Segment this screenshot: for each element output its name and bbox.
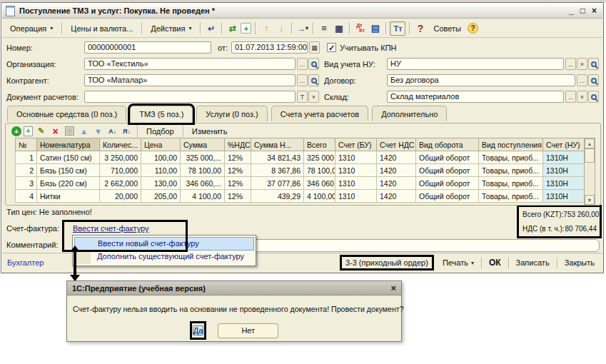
table-row[interactable]: 4 Нитки 20,000 205,00 4 100,00 12% 439,2… — [16, 190, 585, 203]
magnifier-button[interactable] — [588, 91, 599, 103]
report-icon[interactable]: ▤ — [368, 22, 382, 35]
warehouse-input[interactable]: Склад материалов — [387, 91, 564, 103]
table-cell[interactable]: 1 — [16, 151, 37, 164]
magnifier-button[interactable] — [588, 74, 599, 86]
yes-button[interactable]: Да — [193, 325, 204, 335]
table-cell[interactable]: Бязь (150 см) — [37, 164, 100, 177]
col-header[interactable]: Вид поступления — [479, 138, 543, 151]
table-cell[interactable]: 1310 — [335, 190, 377, 203]
scroll-up-icon[interactable]: ▲ — [585, 138, 595, 148]
sort-desc-icon[interactable]: Я↓ — [121, 126, 133, 137]
table-cell[interactable]: 710,000 — [100, 164, 141, 177]
ellipsis-button[interactable]: ... — [297, 74, 308, 86]
document-list-icon[interactable]: ≡ — [317, 22, 330, 35]
add-row-icon[interactable]: + — [11, 126, 21, 136]
text-edit-button[interactable]: Т — [297, 91, 308, 103]
minimize-button[interactable]: _ — [569, 6, 574, 16]
table-cell[interactable]: 8 367,86 — [251, 164, 304, 177]
operation-button[interactable]: Операция ▾ — [5, 22, 58, 35]
ellipsis-button[interactable]: ... — [297, 58, 308, 70]
dt-kt-posting-icon[interactable]: Дт Кт — [353, 22, 367, 35]
col-header[interactable]: Всего — [304, 138, 335, 151]
table-cell[interactable]: 205,00 — [141, 190, 181, 203]
col-header[interactable]: Номенклатура — [37, 138, 100, 151]
nu-input[interactable]: НУ — [387, 58, 564, 70]
sort-asc-icon[interactable]: А↓ — [106, 126, 118, 137]
table-cell[interactable]: 4 — [16, 190, 37, 203]
print-button[interactable]: Печать ▾ — [440, 257, 477, 268]
table-cell[interactable]: 1310Н — [543, 151, 585, 164]
table-cell[interactable]: 1310 — [335, 151, 377, 164]
col-header[interactable]: %НДС — [225, 138, 251, 151]
table-cell[interactable]: 78 100,00 — [181, 164, 225, 177]
vertical-scrollbar[interactable]: ▲ ▼ — [584, 138, 595, 206]
table-cell[interactable]: 12% — [225, 190, 251, 203]
save-button[interactable]: Записать — [513, 257, 552, 268]
tab-services[interactable]: Услуги (0 поз.) — [196, 106, 267, 121]
clear-button[interactable]: × — [577, 58, 587, 70]
col-header[interactable]: Счет НДС — [377, 138, 416, 151]
scroll-down-icon[interactable]: ▼ — [585, 195, 595, 205]
table-cell[interactable]: Бязь (220 см) — [37, 177, 100, 190]
table-cell[interactable]: 1420 — [377, 164, 416, 177]
table-cell[interactable]: 325 000,... — [304, 151, 335, 164]
refresh-icon[interactable]: ⇄ — [226, 22, 239, 35]
tab-additional[interactable]: Дополнительно — [372, 106, 447, 121]
settlement-doc-input[interactable] — [84, 91, 296, 103]
table-cell[interactable]: 12% — [225, 177, 251, 190]
tab-tmz[interactable]: ТМЗ (5 поз.) — [130, 106, 193, 123]
magnifier-button[interactable] — [588, 58, 599, 70]
organization-input[interactable]: ТОО «Текстиль» — [84, 58, 296, 70]
magnifier-button[interactable] — [308, 74, 319, 86]
table-cell[interactable]: 20,000 — [100, 190, 141, 203]
table-row[interactable]: 2 Бязь (150 см) 710,000 110,00 78 100,00… — [16, 164, 585, 177]
table-cell[interactable]: 346 060,... — [304, 177, 335, 190]
table-cell[interactable]: Общий оборот — [416, 151, 479, 164]
ellipsis-button[interactable]: ... — [565, 91, 576, 103]
move-down-icon[interactable]: ▼ — [92, 126, 104, 137]
col-header[interactable]: Счет (НУ) — [543, 138, 585, 151]
advice-button[interactable]: Советы — [428, 22, 465, 35]
table-cell[interactable]: 1420 — [377, 151, 416, 164]
table-cell[interactable]: 4 100,00 — [304, 190, 335, 203]
actions-button[interactable]: Действия ▾ — [146, 22, 196, 35]
table-cell[interactable]: 325 000,... — [181, 151, 225, 164]
ok-button[interactable]: ОК — [486, 256, 504, 269]
col-header[interactable]: № — [16, 138, 37, 151]
table-cell[interactable]: Товары, приоб... — [479, 177, 543, 190]
close-button[interactable]: × — [592, 6, 597, 16]
table-cell[interactable]: Товары, приоб... — [479, 190, 543, 203]
contract-input[interactable]: Без договора — [387, 74, 575, 86]
calendar-icon[interactable]: ▦ — [309, 41, 320, 54]
col-header[interactable]: Счет (БУ) — [335, 138, 377, 151]
invoice-enter-link[interactable]: Ввести счет-фактуру — [73, 224, 149, 233]
move-up-icon[interactable]: ▲ — [78, 126, 90, 137]
table-cell[interactable]: 12% — [225, 164, 251, 177]
table-row[interactable]: 3 Бязь (220 см) 2 662,000 130,00 346 060… — [16, 177, 585, 190]
create-based-on-icon[interactable]: →▾ — [296, 22, 309, 35]
table-cell[interactable]: 1310Н — [543, 177, 585, 190]
table-cell[interactable]: 2 — [16, 164, 37, 177]
table-cell[interactable]: 1310 — [335, 164, 377, 177]
menu-item-append-invoice[interactable]: Дополнить существующий счет-фактуру — [74, 251, 254, 264]
prices-currency-button[interactable]: Цены и валюта... — [66, 22, 138, 35]
col-header[interactable]: Вид оборота — [416, 138, 479, 151]
clear-button[interactable]: × — [308, 91, 319, 103]
tab-fixed-assets[interactable]: Основные средства (0 поз.) — [7, 106, 126, 121]
table-cell[interactable]: 37 077,86 — [251, 177, 304, 190]
table-cell[interactable]: Общий оборот — [416, 164, 479, 177]
table-cell[interactable]: 130,00 — [141, 177, 181, 190]
ellipsis-button[interactable]: ... — [565, 58, 576, 70]
table-cell[interactable]: 1420 — [377, 190, 416, 203]
table-cell[interactable]: Сатин (150 см) — [37, 151, 100, 164]
table-cell[interactable]: 78 100,00 — [304, 164, 335, 177]
col-header[interactable]: Сумма Н... — [251, 138, 304, 151]
col-header[interactable]: Цена — [141, 138, 181, 151]
table-cell[interactable]: 110,00 — [141, 164, 181, 177]
delete-row-icon[interactable]: × — [49, 126, 61, 137]
contractor-input[interactable]: ТОО «Маталар» — [84, 74, 296, 86]
table-cell[interactable]: 346 060,... — [181, 177, 225, 190]
table-cell[interactable]: Общий оборот — [416, 177, 479, 190]
no-button[interactable]: Нет — [218, 323, 278, 338]
table-cell[interactable]: 3 — [16, 177, 37, 190]
